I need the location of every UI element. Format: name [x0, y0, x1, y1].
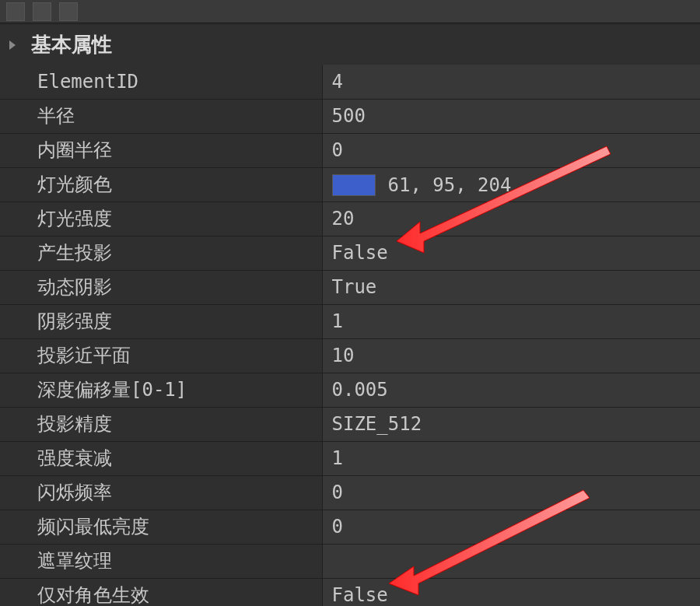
- prop-label-character-only: 仅对角色生效: [0, 578, 322, 606]
- prop-label-shadow-intensity: 阴影强度: [0, 304, 322, 338]
- prop-value-flicker-min[interactable]: 0: [322, 510, 700, 544]
- prop-value-light-intensity[interactable]: 20: [322, 201, 700, 236]
- color-value-text: 61, 95, 204: [388, 174, 512, 196]
- prop-label-shadow-precision: 投影精度: [0, 407, 322, 441]
- table-row: 强度衰减 1: [0, 441, 700, 475]
- table-row: 阴影强度 1: [0, 304, 700, 338]
- table-row: 闪烁频率 0: [0, 475, 700, 510]
- prop-value-elementid[interactable]: 4: [322, 65, 700, 99]
- prop-value-shadow-intensity[interactable]: 1: [322, 304, 700, 338]
- toolbar: [0, 0, 700, 23]
- prop-label-light-intensity: 灯光强度: [0, 201, 322, 236]
- prop-label-elementid: ElementID: [0, 65, 322, 99]
- table-row: 频闪最低亮度 0: [0, 510, 700, 544]
- prop-label-flicker-freq: 闪烁频率: [0, 475, 322, 510]
- table-row: 投影近平面 10: [0, 338, 700, 373]
- prop-value-attenuation[interactable]: 1: [322, 441, 700, 475]
- table-row: 内圈半径 0: [0, 133, 700, 167]
- table-row: 半径 500: [0, 99, 700, 133]
- table-row: 灯光颜色 61, 95, 204: [0, 167, 700, 201]
- prop-value-radius[interactable]: 500: [322, 99, 700, 133]
- table-row: 动态阴影 True: [0, 270, 700, 304]
- prop-label-dynamic-shadow: 动态阴影: [0, 270, 322, 304]
- prop-label-flicker-min: 频闪最低亮度: [0, 510, 322, 544]
- prop-label-radius: 半径: [0, 99, 322, 133]
- prop-label-mask-texture: 遮罩纹理: [0, 544, 322, 578]
- prop-value-inner-radius[interactable]: 0: [322, 133, 700, 167]
- section-header[interactable]: 基本属性: [0, 25, 700, 65]
- prop-value-cast-shadow[interactable]: False: [322, 236, 700, 270]
- table-row: 灯光强度 20: [0, 201, 700, 236]
- prop-label-light-color: 灯光颜色: [0, 167, 322, 201]
- collapse-caret-icon[interactable]: [9, 40, 16, 50]
- prop-label-depth-offset: 深度偏移量[0-1]: [0, 373, 322, 407]
- table-row: 遮罩纹理: [0, 544, 700, 578]
- toolbar-button-1[interactable]: [6, 2, 25, 21]
- toolbar-button-2[interactable]: [33, 2, 51, 21]
- prop-value-character-only[interactable]: False: [322, 578, 700, 606]
- prop-label-attenuation: 强度衰减: [0, 441, 322, 475]
- table-row: ElementID 4: [0, 65, 700, 99]
- color-swatch-icon[interactable]: [332, 174, 376, 196]
- prop-label-inner-radius: 内圈半径: [0, 133, 322, 167]
- table-row: 仅对角色生效 False: [0, 578, 700, 606]
- prop-label-shadow-near: 投影近平面: [0, 338, 322, 373]
- prop-value-flicker-freq[interactable]: 0: [322, 475, 700, 510]
- table-row: 产生投影 False: [0, 236, 700, 270]
- table-row: 投影精度 SIZE_512: [0, 407, 700, 441]
- toolbar-button-3[interactable]: [59, 2, 78, 21]
- table-row: 深度偏移量[0-1] 0.005: [0, 373, 700, 407]
- prop-value-dynamic-shadow[interactable]: True: [322, 270, 700, 304]
- prop-value-shadow-precision[interactable]: SIZE_512: [322, 407, 700, 441]
- property-table: ElementID 4 半径 500 内圈半径 0 灯光颜色 61, 95, 2…: [0, 65, 700, 606]
- prop-value-depth-offset[interactable]: 0.005: [322, 373, 700, 407]
- prop-label-cast-shadow: 产生投影: [0, 236, 322, 270]
- property-panel: 基本属性 ElementID 4 半径 500 内圈半径 0 灯光颜色 61, …: [0, 25, 700, 606]
- prop-value-light-color[interactable]: 61, 95, 204: [322, 167, 700, 201]
- prop-value-mask-texture[interactable]: [322, 544, 700, 578]
- section-title: 基本属性: [31, 33, 112, 56]
- prop-value-shadow-near[interactable]: 10: [322, 338, 700, 373]
